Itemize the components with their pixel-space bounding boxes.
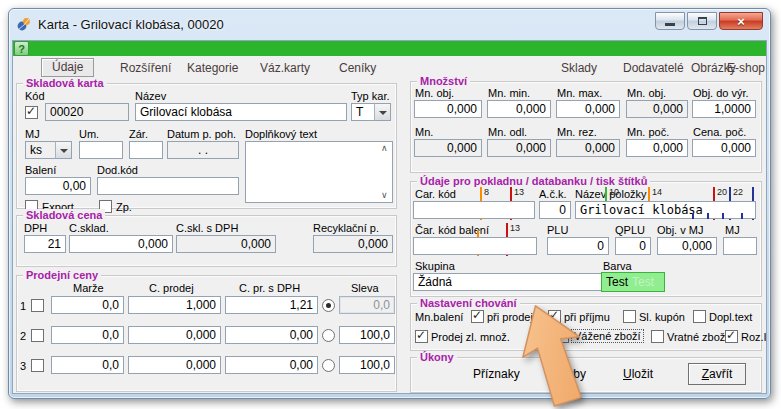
cprodej-header: C. prodej (149, 282, 194, 294)
vazene-zbozi-checkbox[interactable] (556, 330, 569, 343)
cpr-s-dph-header: C. pr. s DPH (239, 282, 300, 294)
maximize-button[interactable] (687, 12, 717, 30)
car-kod-label: Car. kód (415, 188, 456, 200)
mj-dropdown[interactable] (55, 141, 72, 159)
vratne-zbozi-checkbox[interactable] (651, 330, 664, 343)
price-row-radio-3[interactable] (322, 359, 335, 372)
price-row-checkbox[interactable] (31, 329, 44, 342)
baleni-label: Balení (25, 164, 56, 176)
scroll-up-icon[interactable]: ∧ (381, 143, 388, 153)
sl-kupon-checkbox[interactable] (623, 310, 636, 323)
barva-preview[interactable]: Test Test (601, 272, 665, 292)
zavrit-button[interactable]: Zavřít (688, 363, 746, 385)
group-prodejni-ceny: Prodejní ceny Marže C. prodej C. pr. s D… (16, 275, 397, 392)
sleva-field-3[interactable]: 100,0 (339, 356, 395, 374)
ruler-tick-green (605, 187, 607, 201)
vratne-zbozi-label: Vratné zboží (667, 331, 728, 343)
sleva-field-1[interactable]: 0,0 (339, 296, 395, 314)
qplu-field[interactable]: 0 (615, 237, 651, 255)
cpr-s-dph-field-2[interactable]: 0,00 (225, 326, 318, 344)
mj-field[interactable]: ks (25, 141, 56, 159)
dodkod-label: Dod.kód (97, 164, 138, 176)
cprodej-field-2[interactable]: 0,000 (128, 326, 221, 344)
mn-obj2-field[interactable]: 0,000 (626, 100, 688, 118)
price-row-checkbox[interactable] (31, 299, 44, 312)
mn-rez-field[interactable]: 0,000 (556, 139, 620, 157)
group-ukony: Úkony Příznaky Pohyby Uložit Zavřít (410, 357, 762, 393)
tab-rozsireni[interactable]: Rozšíření (120, 61, 171, 75)
price-row-checkbox[interactable] (31, 359, 44, 372)
typ-kar-field[interactable]: T (351, 103, 375, 121)
recyklacni-label: Recyklační p. (313, 222, 379, 234)
mn-rez-label: Mn. rez. (557, 126, 597, 138)
um-field[interactable] (79, 141, 123, 159)
sleva-field-2[interactable]: 100,0 (339, 326, 395, 344)
mn-label: Mn. (415, 126, 433, 138)
price-row-radio-2[interactable] (322, 329, 335, 342)
mn-min-field[interactable]: 0,000 (487, 100, 551, 118)
dph-field[interactable]: 21 (24, 235, 66, 253)
obj-v-mj-field[interactable]: 0,000 (657, 237, 717, 255)
close-button[interactable]: × (719, 12, 763, 30)
prodej-zl-checkbox[interactable] (415, 330, 428, 343)
zar-field[interactable] (129, 141, 163, 159)
dodkod-field[interactable] (97, 177, 239, 195)
group-title: Skladová cena (23, 209, 105, 221)
pohyby-button[interactable]: Pohyby (546, 367, 586, 381)
mn-field[interactable]: 0,000 (414, 139, 482, 157)
kod-field[interactable]: 00020 (45, 103, 129, 121)
help-button[interactable]: ? (14, 41, 29, 56)
pri-prijmu-checkbox[interactable] (548, 310, 561, 323)
car-kod-field[interactable] (413, 201, 535, 219)
mj2-field[interactable] (723, 237, 757, 255)
mn-odl-field[interactable]: 0,000 (487, 139, 551, 157)
marze-field-1[interactable]: 0,0 (51, 296, 124, 314)
dph-label: DPH (24, 222, 47, 234)
nazev-field[interactable]: Grilovací klobása (135, 103, 347, 121)
tab-udaje[interactable]: Údaje (41, 58, 94, 77)
typ-kar-dropdown[interactable] (374, 103, 391, 121)
tab-kategorie[interactable]: Kategorie (187, 61, 238, 75)
minimize-button[interactable] (655, 12, 685, 30)
ulozit-button[interactable]: Uložit (623, 367, 653, 381)
tab-dodavatele[interactable]: Dodavatelé (623, 61, 684, 75)
mn-obj2-label: Mn. obj. (627, 87, 666, 99)
csklad-field[interactable]: 0,000 (69, 235, 173, 253)
car-kod-baleni-field[interactable] (413, 237, 537, 255)
cpr-s-dph-field-1[interactable]: 1,21 (225, 296, 318, 314)
dopl-text-checkbox[interactable] (693, 310, 706, 323)
plu-field[interactable]: 0 (547, 237, 609, 255)
skupina-field[interactable]: Žádná (413, 273, 618, 291)
priznaky-button[interactable]: Příznaky (473, 367, 520, 381)
nazev-polozky-field[interactable]: Grilovací klobása (575, 201, 756, 219)
sleva-header: Sleva (351, 282, 379, 294)
tab-ceniky[interactable]: Ceníky (339, 61, 376, 75)
tab-vazkarty[interactable]: Váz.karty (260, 61, 310, 75)
obj-do-vyr-field[interactable]: 1,0000 (692, 100, 756, 118)
baleni-field[interactable]: 0,00 (25, 177, 91, 195)
tab-sklady[interactable]: Sklady (561, 61, 597, 75)
pri-prodeji-checkbox[interactable] (471, 310, 484, 323)
datum-field[interactable]: . . (167, 141, 239, 159)
ack-field[interactable]: 0 (539, 201, 571, 219)
roz-info-checkbox[interactable] (725, 330, 738, 343)
mn-poc-field[interactable]: 0,000 (626, 139, 688, 157)
doplnkovy-textarea[interactable] (245, 141, 393, 203)
cpr-s-dph-field-3[interactable]: 0,00 (225, 356, 318, 374)
cena-poc-field[interactable]: 0,000 (692, 139, 756, 157)
recyklacni-field[interactable]: 0,000 (313, 235, 393, 253)
cskl-s-dph-field[interactable]: 0,000 (176, 235, 276, 253)
scroll-down-icon[interactable]: ∨ (381, 190, 388, 200)
ruler-8: 8 (484, 187, 489, 197)
price-row-radio-1[interactable] (322, 299, 335, 312)
marze-field-2[interactable]: 0,0 (51, 326, 124, 344)
tab-eshop[interactable]: E-shop (727, 61, 765, 75)
cprodej-field-3[interactable]: 0,000 (128, 356, 221, 374)
roz-info-label: Roz.Info (741, 331, 767, 343)
mn-max-field[interactable]: 0,000 (556, 100, 620, 118)
mn-obj-field[interactable]: 0,000 (414, 100, 482, 118)
kod-checkbox[interactable] (25, 106, 38, 119)
cprodej-field-1[interactable]: 1,000 (128, 296, 221, 314)
marze-field-3[interactable]: 0,0 (51, 356, 124, 374)
title-bar[interactable]: Karta - Grilovací klobása, 00020 × (9, 9, 770, 39)
